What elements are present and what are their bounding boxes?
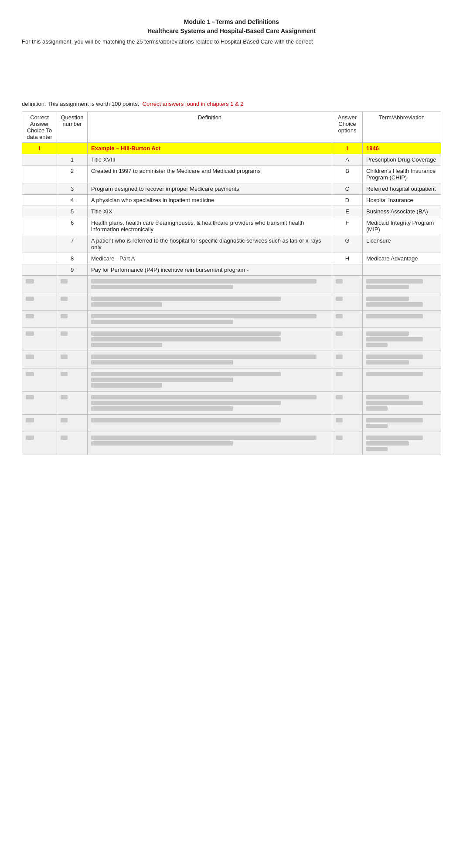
row-correct[interactable] <box>22 183 57 195</box>
blurred-answer <box>332 351 363 368</box>
table-row: 6 Health plans, health care clearinghous… <box>22 217 441 235</box>
row-question: 2 <box>57 165 88 183</box>
row-correct[interactable] <box>22 217 57 235</box>
blurred-correct <box>22 328 57 351</box>
row-definition: Title XVIII <box>88 154 332 165</box>
blurred-definition <box>88 311 332 328</box>
table-row: 9 Pay for Performance (P4P) incentive re… <box>22 264 441 276</box>
blurred-question <box>57 276 88 293</box>
blurred-table-row <box>22 293 441 311</box>
red-note: Correct answers found in chapters 1 & 2 <box>143 101 244 107</box>
blurred-answer <box>332 368 363 392</box>
example-row: i Example – Hill-Burton Act i 1946 <box>22 143 441 154</box>
example-definition: Example – Hill-Burton Act <box>88 143 332 154</box>
header-correct-answer: Correct Answer Choice To data enter <box>22 112 57 143</box>
row-term: Referred hospital outpatient <box>363 183 441 195</box>
blurred-table-row <box>22 432 441 455</box>
table-row: 3 Program designed to recover improper M… <box>22 183 441 195</box>
row-definition: Title XIX <box>88 206 332 217</box>
blurred-table-row <box>22 328 441 351</box>
row-question: 7 <box>57 235 88 253</box>
blurred-correct <box>22 392 57 415</box>
example-correct: i <box>22 143 57 154</box>
blurred-table-row <box>22 311 441 328</box>
blurred-question <box>57 293 88 311</box>
blurred-correct <box>22 276 57 293</box>
row-definition: A physician who specializes in inpatient… <box>88 195 332 206</box>
table-row: 8 Medicare - Part A H Medicare Advantage <box>22 253 441 264</box>
blurred-definition <box>88 351 332 368</box>
blurred-question <box>57 432 88 455</box>
row-term: Licensure <box>363 235 441 253</box>
blurred-answer <box>332 311 363 328</box>
blurred-answer <box>332 293 363 311</box>
row-definition: A patient who is referred to the hospita… <box>88 235 332 253</box>
blurred-term <box>363 415 441 432</box>
blurred-correct <box>22 415 57 432</box>
blurred-correct <box>22 432 57 455</box>
example-question <box>57 143 88 154</box>
row-term: Medicare Advantage <box>363 253 441 264</box>
blurred-term <box>363 293 441 311</box>
row-answer <box>332 264 363 276</box>
row-correct[interactable] <box>22 154 57 165</box>
table-row: 4 A physician who specializes in inpatie… <box>22 195 441 206</box>
row-answer: D <box>332 195 363 206</box>
row-question: 4 <box>57 195 88 206</box>
row-term: Prescription Drug Coverage <box>363 154 441 165</box>
row-question: 5 <box>57 206 88 217</box>
row-answer: G <box>332 235 363 253</box>
blurred-term <box>363 392 441 415</box>
blurred-table-row <box>22 368 441 392</box>
blurred-answer <box>332 328 363 351</box>
blurred-term <box>363 351 441 368</box>
matching-table: Correct Answer Choice To data enter Ques… <box>22 111 441 455</box>
blurred-correct <box>22 293 57 311</box>
blurred-definition <box>88 415 332 432</box>
definition-note: definition. This assignment is worth 100… <box>22 101 441 107</box>
row-question: 3 <box>57 183 88 195</box>
table-row: 1 Title XVIII A Prescription Drug Covera… <box>22 154 441 165</box>
row-question: 8 <box>57 253 88 264</box>
row-correct[interactable] <box>22 235 57 253</box>
row-correct[interactable] <box>22 195 57 206</box>
row-term: Medicaid Integrity Program (MIP) <box>363 217 441 235</box>
blurred-table-row <box>22 276 441 293</box>
row-correct[interactable] <box>22 264 57 276</box>
blurred-answer <box>332 392 363 415</box>
header-answer-choice: Answer Choice options <box>332 112 363 143</box>
row-definition: Created in 1997 to administer the Medica… <box>88 165 332 183</box>
row-correct[interactable] <box>22 253 57 264</box>
table-row: 5 Title XIX E Business Associate (BA) <box>22 206 441 217</box>
blurred-definition <box>88 368 332 392</box>
blurred-table-row <box>22 351 441 368</box>
row-answer: A <box>332 154 363 165</box>
row-question: 9 <box>57 264 88 276</box>
blurred-question <box>57 392 88 415</box>
blurred-term <box>363 432 441 455</box>
row-answer: E <box>332 206 363 217</box>
header-term: Term/Abbreviation <box>363 112 441 143</box>
row-question: 6 <box>57 217 88 235</box>
row-definition: Medicare - Part A <box>88 253 332 264</box>
blurred-definition <box>88 432 332 455</box>
blurred-definition <box>88 328 332 351</box>
blurred-term <box>363 368 441 392</box>
table-header: Correct Answer Choice To data enter Ques… <box>22 112 441 143</box>
row-definition: Program designed to recover improper Med… <box>88 183 332 195</box>
row-correct[interactable] <box>22 165 57 183</box>
blurred-definition <box>88 276 332 293</box>
blurred-answer <box>332 276 363 293</box>
row-term <box>363 264 441 276</box>
blurred-question <box>57 311 88 328</box>
page-title: Module 1 –Terms and Definitions Healthca… <box>22 17 441 36</box>
row-answer: B <box>332 165 363 183</box>
row-definition: Pay for Performance (P4P) incentive reim… <box>88 264 332 276</box>
blurred-table-row <box>22 392 441 415</box>
blurred-question <box>57 328 88 351</box>
row-question: 1 <box>57 154 88 165</box>
blurred-answer <box>332 432 363 455</box>
intro-text: For this assignment, you will be matchin… <box>22 38 441 45</box>
row-correct[interactable] <box>22 206 57 217</box>
table-row: 2 Created in 1997 to administer the Medi… <box>22 165 441 183</box>
